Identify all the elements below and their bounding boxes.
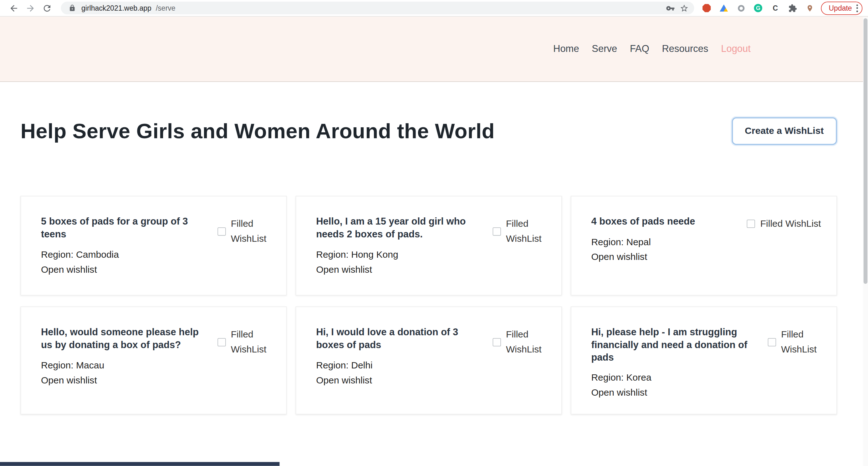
key-icon[interactable] <box>665 3 675 13</box>
card-title: Hello, I am a 15 year old girl who needs… <box>316 215 487 240</box>
browser-window: girlhack2021.web.app/serve G C <box>0 0 868 466</box>
card-region: Region: Macau <box>41 360 212 371</box>
drive-extension-icon[interactable] <box>719 3 728 13</box>
wishlist-card: 4 boxes of pads neede Region: Nepal Open… <box>571 196 837 295</box>
chrome-update-button[interactable]: Update <box>821 1 863 14</box>
forward-arrow-icon <box>25 3 35 13</box>
card-region: Region: Korea <box>591 372 762 384</box>
filled-wishlist-checkbox[interactable] <box>217 338 226 346</box>
open-wishlist-link[interactable]: Open wishlist <box>316 375 487 386</box>
nav-item-logout[interactable]: Logout <box>721 43 751 55</box>
wishlist-card: Hi, please help - I am struggling financ… <box>571 306 837 414</box>
reload-icon <box>42 3 52 13</box>
card-title: 5 boxes of pads for a group of 3 teens <box>41 215 212 240</box>
extensions-row: G C <box>702 3 814 13</box>
nav-item-resources[interactable]: Resources <box>662 43 708 55</box>
c-extension-icon[interactable]: C <box>771 3 780 13</box>
bookmark-star-icon[interactable] <box>679 3 689 13</box>
grey-circle-extension-icon[interactable] <box>736 3 746 13</box>
card-title: Hello, would someone please help us by d… <box>41 326 212 351</box>
reload-button[interactable] <box>39 1 55 15</box>
card-region: Region: Nepal <box>591 237 741 248</box>
filled-wishlist-label: Filled WishList <box>231 217 271 246</box>
wishlist-card: 5 boxes of pads for a group of 3 teens R… <box>20 196 287 295</box>
main-content: Help Serve Girls and Women Around the Wo… <box>0 117 868 414</box>
filled-wishlist-checkbox[interactable] <box>493 227 501 236</box>
card-title: 4 boxes of pads neede <box>591 215 741 228</box>
footer-strip <box>0 462 279 466</box>
wishlist-card: Hello, would someone please help us by d… <box>20 306 287 414</box>
wishlist-cards-grid: 5 boxes of pads for a group of 3 teens R… <box>20 196 837 414</box>
open-wishlist-link[interactable]: Open wishlist <box>41 375 212 386</box>
pin-extension-icon[interactable] <box>805 3 814 13</box>
card-region: Region: Hong Kong <box>316 249 487 260</box>
filled-wishlist-label: Filled WishList <box>761 217 821 231</box>
filled-wishlist-checkbox[interactable] <box>217 227 226 236</box>
nav-item-faq[interactable]: FAQ <box>630 43 649 55</box>
wishlist-card: Hello, I am a 15 year old girl who needs… <box>296 196 562 295</box>
adblock-extension-icon[interactable] <box>702 3 711 13</box>
address-bar[interactable]: girlhack2021.web.app/serve <box>61 2 694 14</box>
back-arrow-icon <box>9 3 19 13</box>
card-region: Region: Cambodia <box>41 249 212 260</box>
card-title: Hi, please help - I am struggling financ… <box>591 326 762 364</box>
filled-wishlist-label: Filled WishList <box>506 327 546 357</box>
filled-wishlist-checkbox[interactable] <box>768 338 776 346</box>
filled-wishlist-checkbox[interactable] <box>747 220 755 228</box>
filled-wishlist-label: Filled WishList <box>231 327 271 357</box>
page-scrollbar[interactable] <box>863 17 868 466</box>
card-region: Region: Delhi <box>316 360 487 371</box>
filled-wishlist-label: Filled WishList <box>506 217 546 246</box>
open-wishlist-link[interactable]: Open wishlist <box>316 264 487 275</box>
forward-button[interactable] <box>22 1 39 15</box>
card-title: Hi, I would love a donation of 3 boxes o… <box>316 326 487 351</box>
lock-icon[interactable] <box>68 3 77 13</box>
url-path: /serve <box>156 4 176 12</box>
scrollbar-thumb[interactable] <box>864 18 867 284</box>
browser-menu-icon[interactable] <box>857 4 858 12</box>
back-button[interactable] <box>6 1 22 15</box>
open-wishlist-link[interactable]: Open wishlist <box>591 388 762 398</box>
create-wishlist-button[interactable]: Create a WishList <box>732 117 837 145</box>
update-label: Update <box>829 4 852 12</box>
grammarly-extension-icon[interactable]: G <box>753 3 763 13</box>
title-row: Help Serve Girls and Women Around the Wo… <box>20 117 837 145</box>
url-host: girlhack2021.web.app <box>81 4 151 12</box>
site-header: Home Serve FAQ Resources Logout <box>0 16 868 82</box>
browser-toolbar: girlhack2021.web.app/serve G C <box>0 0 868 16</box>
open-wishlist-link[interactable]: Open wishlist <box>591 252 741 262</box>
nav-item-home[interactable]: Home <box>553 43 579 55</box>
page-title: Help Serve Girls and Women Around the Wo… <box>20 119 495 143</box>
nav-item-serve[interactable]: Serve <box>592 43 617 55</box>
filled-wishlist-label: Filled WishList <box>781 327 821 357</box>
filled-wishlist-checkbox[interactable] <box>493 338 501 346</box>
extensions-puzzle-icon[interactable] <box>788 3 797 13</box>
open-wishlist-link[interactable]: Open wishlist <box>41 264 212 275</box>
wishlist-card: Hi, I would love a donation of 3 boxes o… <box>296 306 562 414</box>
